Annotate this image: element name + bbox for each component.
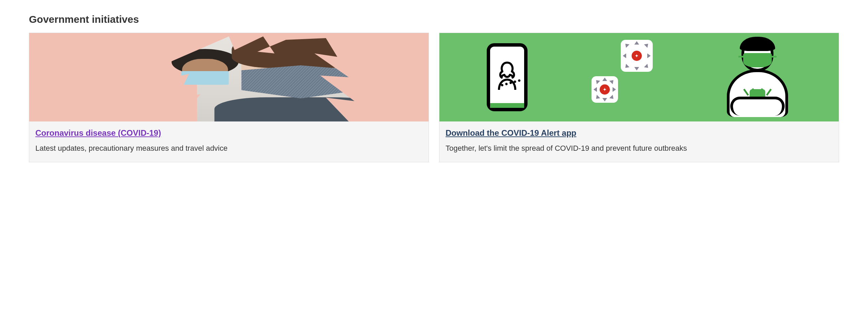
virus-notification-icon: ✦ <box>591 76 618 103</box>
maple-leaf-icon: ✦ <box>603 87 607 92</box>
card-body: Coronavirus disease (COVID-19) Latest up… <box>29 121 429 162</box>
cards-row: Coronavirus disease (COVID-19) Latest up… <box>29 33 839 162</box>
person-silhouette-icon <box>495 60 519 90</box>
card-image-covid19 <box>29 33 429 121</box>
government-initiatives-section: Government initiatives <box>29 14 839 162</box>
maple-leaf-icon: ✦ <box>635 53 639 58</box>
phone-icon <box>487 43 528 111</box>
initiative-card-alert-app: ✦ ✦ <box>439 33 839 162</box>
masked-person-icon <box>205 33 397 121</box>
card-link-alert-app[interactable]: Download the COVID-19 Alert app <box>446 128 576 138</box>
section-title: Government initiatives <box>29 14 839 25</box>
virus-notification-icon: ✦ <box>621 40 653 72</box>
card-description: Latest updates, precautionary measures a… <box>35 143 422 154</box>
masked-person-phone-icon <box>723 38 791 116</box>
virus-icons-group: ✦ ✦ <box>602 40 649 115</box>
initiative-card-covid19: Coronavirus disease (COVID-19) Latest up… <box>29 33 429 162</box>
card-body: Download the COVID-19 Alert app Together… <box>439 121 839 162</box>
card-image-alert-app: ✦ ✦ <box>439 33 839 121</box>
card-link-covid19[interactable]: Coronavirus disease (COVID-19) <box>35 128 161 138</box>
card-description: Together, let's limit the spread of COVI… <box>446 143 833 154</box>
